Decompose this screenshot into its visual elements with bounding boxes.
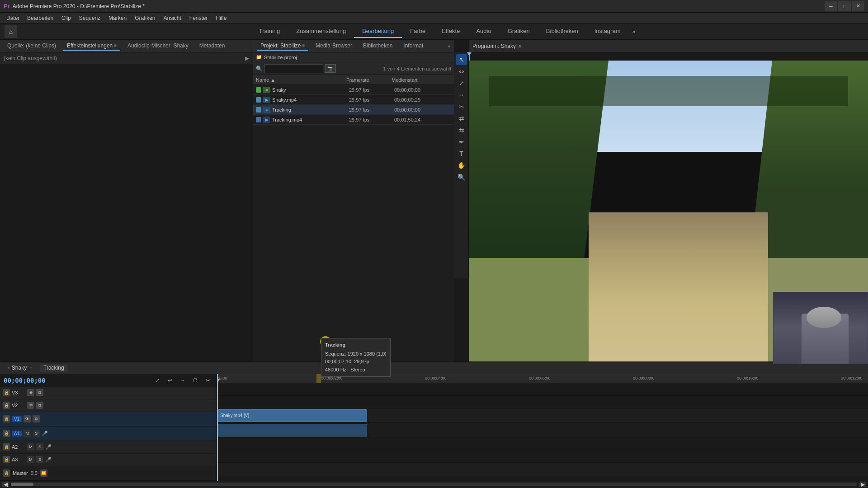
a1-m[interactable]: M — [24, 430, 31, 437]
scrollbar-thumb[interactable] — [11, 483, 33, 486]
v3-lock[interactable]: 🔒 — [3, 389, 10, 396]
master-lock[interactable]: 🔒 — [3, 469, 10, 477]
v2-label: V2 — [12, 403, 25, 408]
menu-datei[interactable]: Datei — [3, 14, 23, 22]
timeline-body: 00;00;00;00 ⤢ ↩ → ⏱ ✂ 🔒 V3 👁 ⧉ 🔒 V2 👁 ⧉ — [0, 374, 868, 481]
tab-farbe[interactable]: Farbe — [402, 25, 434, 38]
tab-source[interactable]: Quelle: (keine Clips) — [4, 42, 60, 51]
menu-hilfe[interactable]: Hilfe — [212, 14, 231, 22]
menu-fenster[interactable]: Fenster — [186, 14, 212, 22]
timeline-tab-shaky[interactable]: × Shaky ≡ — [4, 364, 36, 372]
tab-grafiken[interactable]: Grafiken — [500, 25, 538, 38]
timeline-tab-tracking[interactable]: Tracking — [40, 364, 68, 372]
a3-lock[interactable]: 🔒 — [3, 456, 10, 463]
expand-icon[interactable]: ▶ — [245, 55, 249, 61]
scroll-right[interactable]: ▶ — [859, 482, 866, 487]
clip-shaky-video[interactable]: Shaky.mp4 [V] — [218, 409, 367, 422]
col-name-header[interactable]: Name ▲ — [256, 77, 346, 83]
maximize-button[interactable]: □ — [838, 1, 851, 11]
v1-link[interactable]: ⧉ — [33, 415, 40, 422]
list-item[interactable]: ≡ Shaky 29,97 fps 00;00;00;00 — [253, 85, 454, 95]
project-panel-header: Projekt: Stabilize ≡ Media-Browser Bibli… — [253, 40, 454, 52]
ruler-mark: 00;00;08;00 — [633, 376, 655, 380]
tab-menu-icon[interactable]: ≡ — [30, 366, 33, 371]
v2-lock[interactable]: 🔒 — [3, 402, 10, 409]
tab-bibliotheken[interactable]: Bibliotheken — [538, 25, 586, 38]
menu-sequenz[interactable]: Sequenz — [75, 14, 104, 22]
v3-eye[interactable]: 👁 — [27, 389, 34, 396]
v2-link[interactable]: ⧉ — [36, 402, 43, 409]
tab-audioclip[interactable]: Audioclip-Mischer: Shaky — [124, 42, 192, 51]
menu-marken[interactable]: Marken — [105, 14, 130, 22]
master-forward[interactable]: ⏩ — [40, 469, 47, 477]
a2-lock[interactable]: 🔒 — [3, 443, 10, 450]
v2-eye[interactable]: 👁 — [27, 402, 34, 409]
close-button[interactable]: ✕ — [852, 1, 864, 11]
menu-ansicht[interactable]: Ansicht — [160, 14, 184, 22]
more-workspaces-icon[interactable]: » — [628, 26, 639, 38]
projekt-menu-icon[interactable]: ≡ — [302, 43, 305, 48]
v1-eye[interactable]: 👁 — [24, 415, 31, 422]
menu-clip[interactable]: Clip — [58, 14, 75, 22]
tab-bearbeitung[interactable]: Bearbeitung — [354, 25, 402, 38]
tab-training[interactable]: Training — [251, 25, 288, 38]
tl-tool-trim[interactable]: → — [178, 375, 188, 385]
capture-button[interactable]: 📷 — [325, 64, 336, 73]
scroll-left[interactable]: ◀ — [2, 482, 9, 487]
v1-lock[interactable]: 🔒 — [3, 415, 10, 422]
col-fps-header[interactable]: Framerate — [346, 77, 392, 83]
a3-s[interactable]: S — [36, 456, 43, 463]
tab-media-browser[interactable]: Media-Browser — [312, 42, 356, 51]
a1-s[interactable]: S — [33, 430, 40, 437]
ripple-tool[interactable]: ⤢ — [456, 78, 467, 89]
tab-effekteinstellungen[interactable]: Effekteinstellungen ≡ — [63, 42, 120, 51]
tab-instagram[interactable]: Instagram — [586, 25, 629, 38]
roll-tool[interactable]: ↔ — [456, 89, 467, 100]
v1-badge[interactable]: V1 — [12, 416, 22, 422]
type-tool[interactable]: T — [456, 148, 467, 159]
menu-bearbeiten[interactable]: Bearbeiten — [24, 14, 57, 22]
zoom-tool[interactable]: 🔍 — [456, 172, 467, 183]
v3-link[interactable]: ⧉ — [36, 389, 43, 396]
list-item[interactable]: ▶ Shaky.mp4 29,97 fps 00;00;00;29 — [253, 95, 454, 105]
tooltip-box: Tracking Sequenz, 868 x 488 (1,0) 00;0… — [321, 338, 391, 377]
effekt-menu-icon[interactable]: ≡ — [114, 43, 117, 48]
tab-effekte[interactable]: Effekte — [434, 25, 468, 38]
video-icon: ▶ — [263, 117, 270, 123]
scrollbar-track[interactable] — [11, 483, 857, 486]
col-start-header[interactable]: Medienstart — [392, 77, 446, 83]
list-item[interactable]: ▶ Tracking.mp4 29,97 fps 00;01;50;24 — [253, 115, 454, 125]
slide-tool[interactable]: ⇆ — [456, 125, 467, 136]
a2-m[interactable]: M — [27, 443, 34, 450]
a2-s[interactable]: S — [36, 443, 43, 450]
tab-projekt[interactable]: Projekt: Stabilize ≡ — [257, 42, 308, 51]
trim-tool[interactable]: ⇔ — [456, 66, 467, 77]
a3-m[interactable]: M — [27, 456, 34, 463]
clip-shaky-audio[interactable] — [218, 424, 367, 436]
tl-tool-razor[interactable]: ✂ — [203, 375, 213, 385]
tab-informat[interactable]: Informat — [400, 42, 427, 51]
list-item-tracking[interactable]: ≡ Tracking 29,97 fps 00;00;00;00 — [253, 105, 454, 115]
tl-tool-snap[interactable]: ⤢ — [152, 375, 162, 385]
minimize-button[interactable]: ─ — [825, 1, 837, 11]
tl-tool-timecode[interactable]: ⏱ — [190, 375, 200, 385]
search-input[interactable] — [264, 64, 323, 73]
menu-grafiken[interactable]: Grafiken — [131, 14, 159, 22]
hand-tool[interactable]: ✋ — [456, 160, 467, 171]
tab-bibliotheken[interactable]: Bibliotheken — [359, 42, 396, 51]
razor-tool[interactable]: ✂ — [456, 101, 467, 112]
a1-badge[interactable]: A1 — [12, 431, 22, 436]
a1-lock[interactable]: 🔒 — [3, 430, 10, 437]
tab-zusammenstellung[interactable]: Zusammenstellung — [288, 25, 354, 38]
pen-tool[interactable]: ✒ — [456, 136, 467, 147]
selection-tool[interactable]: ↖ — [456, 54, 467, 65]
tab-audio[interactable]: Audio — [468, 25, 499, 38]
slip-tool[interactable]: ⇄ — [456, 113, 467, 124]
effekt-label: Effekteinstellungen — [67, 42, 113, 49]
tab-metadaten[interactable]: Metadaten — [196, 42, 229, 51]
program-menu-icon[interactable]: ≡ — [519, 43, 521, 49]
close-icon[interactable]: × — [7, 366, 10, 371]
more-tabs-icon[interactable]: » — [448, 43, 450, 49]
tl-tool-linked[interactable]: ↩ — [165, 375, 175, 385]
home-button[interactable]: ⌂ — [5, 25, 17, 38]
